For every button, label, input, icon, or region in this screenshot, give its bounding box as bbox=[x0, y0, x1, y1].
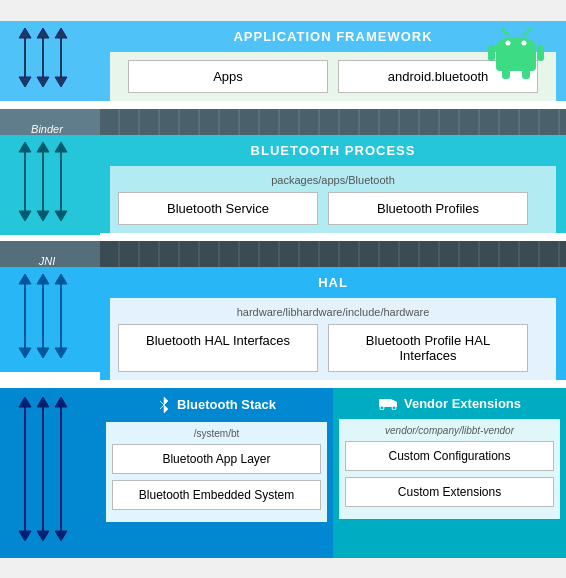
svg-marker-20 bbox=[19, 211, 31, 221]
bt-process-right: BLUETOOTH PROCESS packages/apps/Bluetoot… bbox=[100, 135, 566, 241]
jni-left: JNI bbox=[0, 241, 100, 267]
bottom-right: Bluetooth Stack /system/bt Bluetooth App… bbox=[100, 388, 566, 558]
svg-rect-8 bbox=[522, 69, 530, 79]
bt-stack-title: Bluetooth Stack bbox=[177, 397, 276, 412]
svg-marker-14 bbox=[37, 77, 49, 87]
jni-row: JNI bbox=[0, 241, 566, 267]
appfw-left-col bbox=[0, 21, 100, 101]
vendor-ext-section: Vendor Extensions vendor/company/libbt-v… bbox=[333, 388, 566, 558]
svg-marker-44 bbox=[55, 531, 67, 541]
svg-marker-41 bbox=[37, 531, 49, 541]
hal-arrows bbox=[5, 272, 95, 367]
bt-process-boxes: Bluetooth Service Bluetooth Profiles bbox=[118, 192, 548, 225]
binder-row: Binder bbox=[0, 109, 566, 135]
vendor-icon bbox=[378, 396, 398, 410]
bt-process-row: BLUETOOTH PROCESS packages/apps/Bluetoot… bbox=[0, 135, 566, 241]
bt-stack-content: /system/bt Bluetooth App Layer Bluetooth… bbox=[106, 422, 327, 522]
svg-point-2 bbox=[522, 40, 527, 45]
svg-marker-43 bbox=[55, 397, 67, 407]
svg-rect-5 bbox=[488, 45, 495, 61]
svg-line-3 bbox=[502, 29, 508, 35]
bt-stack-section: Bluetooth Stack /system/bt Bluetooth App… bbox=[100, 388, 333, 558]
hal-header: HAL bbox=[100, 267, 566, 298]
binder-label: Binder bbox=[31, 123, 63, 135]
svg-marker-32 bbox=[37, 348, 49, 358]
hal-content: hardware/libhardware/include/hardware Bl… bbox=[110, 298, 556, 380]
svg-point-47 bbox=[380, 406, 384, 410]
svg-marker-26 bbox=[55, 211, 67, 221]
bottom-columns: Bluetooth Stack /system/bt Bluetooth App… bbox=[100, 388, 566, 558]
svg-marker-37 bbox=[19, 397, 31, 407]
hal-subtext: hardware/libhardware/include/hardware bbox=[118, 306, 548, 318]
bt-process-header: BLUETOOTH PROCESS bbox=[100, 135, 566, 166]
bt-process-subtext: packages/apps/Bluetooth bbox=[118, 174, 548, 186]
binder-connector bbox=[100, 109, 566, 135]
bt-app-layer-box: Bluetooth App Layer bbox=[112, 444, 321, 474]
vendor-ext-header: Vendor Extensions bbox=[333, 388, 566, 419]
bt-service-box: Bluetooth Service bbox=[118, 192, 318, 225]
bottom-left bbox=[0, 388, 100, 558]
svg-marker-28 bbox=[19, 274, 31, 284]
bt-process-left bbox=[0, 135, 100, 235]
svg-marker-29 bbox=[19, 348, 31, 358]
svg-line-4 bbox=[524, 29, 530, 35]
diagram-container: APPLICATION FRAMEWORK Apps android.bluet… bbox=[0, 21, 566, 558]
svg-marker-10 bbox=[19, 28, 31, 38]
svg-marker-25 bbox=[55, 142, 67, 152]
hal-section: HAL hardware/libhardware/include/hardwar… bbox=[100, 267, 566, 380]
svg-marker-40 bbox=[37, 397, 49, 407]
hal-left bbox=[0, 267, 100, 372]
bt-embedded-box: Bluetooth Embedded System bbox=[112, 480, 321, 510]
bt-process-arrows bbox=[5, 140, 95, 230]
svg-marker-35 bbox=[55, 348, 67, 358]
hal-row: HAL hardware/libhardware/include/hardwar… bbox=[0, 267, 566, 388]
svg-rect-7 bbox=[502, 69, 510, 79]
apps-box: Apps bbox=[128, 60, 328, 93]
bt-process-content: packages/apps/Bluetooth Bluetooth Servic… bbox=[110, 166, 556, 233]
svg-rect-45 bbox=[379, 399, 391, 407]
hal-right: HAL hardware/libhardware/include/hardwar… bbox=[100, 267, 566, 388]
android-logo bbox=[486, 21, 546, 81]
jni-connector bbox=[100, 241, 566, 267]
appfw-arrows bbox=[5, 26, 95, 96]
svg-rect-6 bbox=[537, 45, 544, 61]
bluetooth-icon bbox=[157, 396, 171, 414]
jni-label: JNI bbox=[39, 255, 56, 267]
svg-marker-38 bbox=[19, 531, 31, 541]
svg-marker-31 bbox=[37, 274, 49, 284]
svg-point-48 bbox=[392, 406, 396, 410]
bottom-arrows bbox=[5, 395, 95, 550]
custom-configs-box: Custom Configurations bbox=[345, 441, 554, 471]
binder-left: Binder bbox=[0, 109, 100, 135]
bottom-row: Bluetooth Stack /system/bt Bluetooth App… bbox=[0, 388, 566, 558]
bt-stack-subtext: /system/bt bbox=[112, 428, 321, 439]
svg-marker-13 bbox=[37, 28, 49, 38]
svg-marker-11 bbox=[19, 77, 31, 87]
vendor-ext-subtext: vendor/company/libbt-vendor bbox=[345, 425, 554, 436]
bt-profiles-box: Bluetooth Profiles bbox=[328, 192, 528, 225]
svg-point-1 bbox=[506, 40, 511, 45]
bt-process-section: BLUETOOTH PROCESS packages/apps/Bluetoot… bbox=[100, 135, 566, 233]
hal-interfaces-box: Bluetooth HAL Interfaces bbox=[118, 324, 318, 372]
vendor-ext-content: vendor/company/libbt-vendor Custom Confi… bbox=[339, 419, 560, 519]
bt-stack-header: Bluetooth Stack bbox=[100, 388, 333, 422]
svg-marker-22 bbox=[37, 142, 49, 152]
vendor-ext-title: Vendor Extensions bbox=[404, 396, 521, 411]
svg-marker-16 bbox=[55, 28, 67, 38]
svg-marker-17 bbox=[55, 77, 67, 87]
svg-marker-19 bbox=[19, 142, 31, 152]
custom-extensions-box: Custom Extensions bbox=[345, 477, 554, 507]
hal-boxes: Bluetooth HAL Interfaces Bluetooth Profi… bbox=[118, 324, 548, 372]
svg-marker-34 bbox=[55, 274, 67, 284]
hal-profile-interfaces-box: Bluetooth Profile HAL Interfaces bbox=[328, 324, 528, 372]
app-framework-row: APPLICATION FRAMEWORK Apps android.bluet… bbox=[0, 21, 566, 109]
svg-marker-23 bbox=[37, 211, 49, 221]
